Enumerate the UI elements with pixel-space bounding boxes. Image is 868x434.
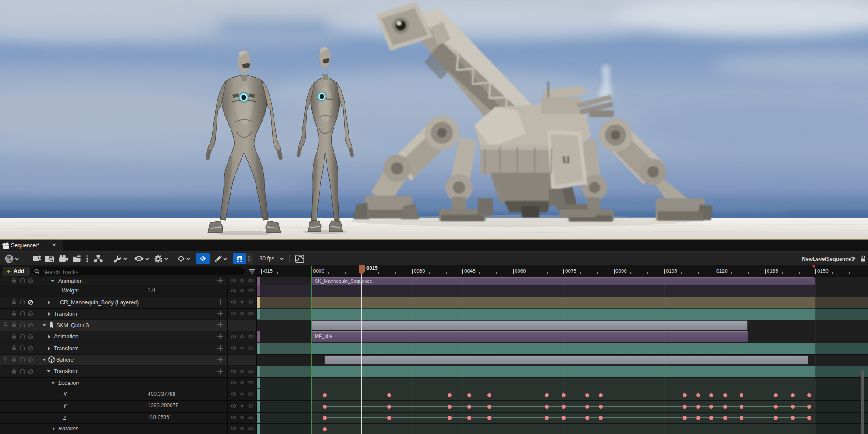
svg-text:u: u bbox=[562, 150, 570, 166]
